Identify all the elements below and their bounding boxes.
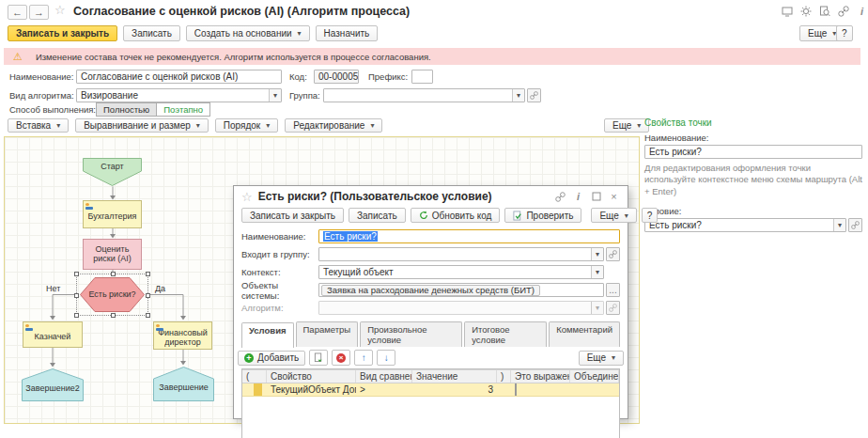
info-icon[interactable]: i — [572, 191, 584, 203]
properties-condition-combobox[interactable]: Есть риски? ▾ — [644, 218, 846, 232]
add-row-button[interactable]: + Добавить — [238, 351, 305, 366]
column-close-paren[interactable]: ) — [497, 370, 511, 383]
node-assess-risks[interactable]: Оценить риски (AI) — [83, 239, 142, 270]
align-size-menu-button[interactable]: Выравнивание и размер▾ — [75, 118, 209, 133]
chevron-down-icon: ▾ — [625, 211, 628, 220]
save-button[interactable]: Записать — [123, 25, 180, 41]
table-more-button[interactable]: Еще▾ — [579, 351, 624, 366]
table-row[interactable]: ТекущийОбъект Доп... > 3 — [242, 383, 619, 397]
dialog-name-input[interactable]: Есть риски? — [318, 229, 620, 243]
is-expression-checkbox[interactable] — [515, 383, 517, 396]
group-link-button[interactable] — [527, 88, 541, 102]
copy-row-button[interactable] — [309, 350, 328, 366]
designer-more-button[interactable]: Еще▾ — [604, 118, 649, 133]
name-input[interactable]: Согласование с оценкой рисков (AI) — [76, 70, 282, 84]
forward-button[interactable]: → — [29, 5, 49, 20]
info-icon[interactable]: i — [856, 5, 868, 17]
selection-handle[interactable] — [111, 313, 116, 318]
dialog-save-button[interactable]: Записать — [349, 208, 406, 223]
refresh-code-button[interactable]: Обновить код — [411, 208, 501, 223]
create-based-button[interactable]: Создать на основании▾ — [186, 25, 310, 41]
editing-menu-button[interactable]: Редактирование▾ — [285, 118, 382, 133]
method-staged-option[interactable]: Поэтапно — [157, 102, 210, 117]
chevron-down-icon[interactable]: ▾ — [591, 266, 603, 278]
delete-row-button[interactable]: × — [332, 350, 350, 366]
arrow-up-icon: ↑ — [362, 352, 366, 363]
search-document-icon[interactable] — [818, 5, 830, 17]
node-start[interactable]: Старт — [83, 158, 142, 186]
main-help-button[interactable]: ? — [836, 25, 853, 41]
column-is-expression[interactable]: Это выражение — [511, 370, 570, 383]
properties-condition-label: Условие: — [644, 206, 862, 216]
back-button[interactable]: ← — [8, 5, 27, 20]
move-up-button[interactable]: ↑ — [354, 350, 373, 366]
properties-condition-link-button[interactable] — [848, 218, 862, 232]
kind-combobox[interactable]: Визирование ▾ — [76, 88, 282, 102]
order-menu-button[interactable]: Порядок▾ — [215, 118, 278, 133]
assign-button[interactable]: Назначить — [316, 25, 379, 41]
check-button[interactable]: Проверить — [504, 208, 581, 223]
chevron-down-icon: ▾ — [266, 121, 270, 130]
column-property[interactable]: Свойство — [267, 370, 356, 383]
chevron-down-icon[interactable]: ▾ — [591, 302, 603, 314]
node-condition[interactable]: Есть риски? — [80, 277, 145, 312]
link-icon[interactable] — [837, 5, 849, 17]
dialog-group-link-button[interactable] — [606, 247, 620, 261]
node-end[interactable]: Завершение — [153, 367, 214, 401]
chevron-down-icon[interactable]: ▾ — [269, 89, 281, 102]
code-input[interactable]: 00-000056 — [314, 70, 359, 84]
selection-handle[interactable] — [74, 293, 79, 298]
column-comparison[interactable]: Вид сравнения — [356, 370, 412, 383]
warning-icon: ⚠ — [13, 51, 23, 63]
selection-handle[interactable] — [146, 293, 150, 298]
person-icon — [85, 203, 94, 211]
dialog-tabs: Условия Параметры Произвольное условие И… — [241, 321, 620, 347]
chevron-down-icon[interactable]: ▾ — [833, 219, 845, 231]
tab-total-condition[interactable]: Итоговое условие — [464, 321, 547, 347]
maximize-icon[interactable] — [590, 191, 602, 203]
tab-conditions[interactable]: Условия — [241, 322, 294, 348]
method-full-option[interactable]: Полностью — [96, 102, 157, 117]
close-icon[interactable]: × — [608, 191, 620, 203]
chevron-down-icon[interactable]: ▾ — [512, 89, 524, 102]
form-row-method: Способ выполнения: Полностью Поэтапно — [9, 102, 210, 117]
dialog-algorithm-link-button[interactable] — [606, 301, 620, 315]
favorite-star-icon[interactable]: ☆ — [241, 190, 253, 204]
insert-menu-button[interactable]: Вставка▾ — [8, 118, 69, 133]
object-chip[interactable]: Заявка на расходование денежных средств … — [321, 285, 540, 296]
selection-handle[interactable] — [146, 272, 150, 276]
selection-handle[interactable] — [74, 272, 79, 276]
node-accounting[interactable]: Бухгалтерия — [83, 200, 142, 228]
group-combobox[interactable]: ▾ — [323, 88, 525, 102]
tab-comment[interactable]: Комментарий — [549, 321, 620, 347]
dialog-objects-field[interactable]: Заявка на расходование денежных средств … — [318, 283, 604, 297]
dialog-help-button[interactable]: ? — [642, 208, 659, 223]
selection-handle[interactable] — [111, 272, 116, 276]
save-close-button[interactable]: Записать и закрыть — [8, 25, 117, 41]
node-treasurer[interactable]: Казначей — [23, 321, 83, 348]
display-icon[interactable] — [781, 5, 793, 17]
column-value[interactable]: Значение — [412, 370, 497, 383]
move-down-button[interactable]: ↓ — [377, 350, 395, 366]
dialog-group-combobox[interactable]: ▾ — [318, 247, 604, 261]
branch-yes-label: Да — [155, 284, 165, 293]
properties-name-input[interactable]: Есть риски? — [644, 145, 862, 159]
selection-handle[interactable] — [146, 313, 150, 318]
link-icon[interactable] — [554, 191, 566, 203]
favorite-star-icon[interactable]: ☆ — [54, 3, 66, 17]
prefix-input[interactable] — [411, 70, 433, 84]
dialog-context-combobox[interactable]: Текущий объект ▾ — [318, 265, 604, 279]
node-financial-director[interactable]: Финансовый директор — [153, 321, 212, 350]
column-combine-with[interactable]: Объединение с — [570, 370, 619, 383]
settings-gear-icon[interactable] — [799, 5, 812, 17]
chevron-down-icon[interactable]: ▾ — [591, 248, 603, 260]
selection-handle[interactable] — [74, 313, 79, 318]
column-open-paren[interactable]: ( — [242, 370, 267, 383]
dialog-more-button[interactable]: Еще▾ — [591, 208, 636, 223]
tab-parameters[interactable]: Параметры — [296, 321, 359, 347]
node-end2[interactable]: Завершение2 — [22, 368, 84, 401]
tab-custom-condition[interactable]: Произвольное условие — [360, 321, 462, 347]
dialog-objects-more-button[interactable]: ... — [606, 283, 620, 297]
dialog-algorithm-combobox[interactable]: ▾ — [318, 301, 604, 315]
dialog-save-close-button[interactable]: Записать и закрыть — [241, 208, 344, 223]
